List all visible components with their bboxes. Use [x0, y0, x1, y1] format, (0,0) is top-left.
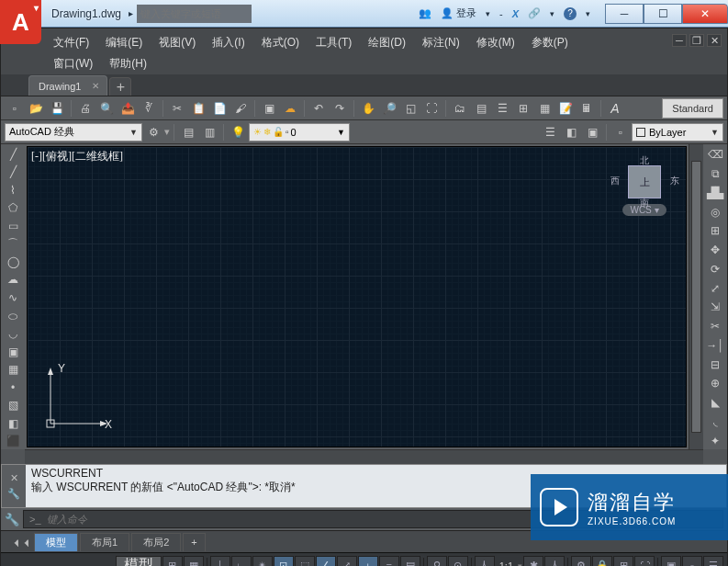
- sb-layout-icon[interactable]: ▦: [184, 556, 204, 567]
- scale-icon[interactable]: ⤢: [705, 279, 725, 297]
- style-select[interactable]: Standard: [662, 98, 723, 119]
- region-icon[interactable]: ⬛: [3, 434, 23, 450]
- menu-window[interactable]: 窗口(W): [45, 53, 101, 74]
- horizontal-scrollbar[interactable]: [25, 449, 703, 464]
- menu-draw[interactable]: 绘图(D): [360, 32, 414, 53]
- document-tab[interactable]: Drawing1 ✕: [28, 75, 107, 96]
- viewport-label[interactable]: [-][俯视][二维线框]: [31, 149, 123, 164]
- insert-block-icon[interactable]: ▣: [3, 344, 23, 360]
- sb-lock-icon[interactable]: 🔒: [592, 556, 612, 567]
- app-logo[interactable]: A▾: [0, 0, 41, 44]
- sb-tpy-icon[interactable]: ▤: [400, 556, 420, 567]
- cloud-icon[interactable]: ☁: [280, 98, 300, 119]
- color-select[interactable]: ByLayer ▼: [632, 123, 723, 142]
- close-button[interactable]: ✕: [682, 4, 728, 24]
- point-icon[interactable]: •: [3, 379, 23, 396]
- bulb-icon[interactable]: 💡: [228, 122, 248, 142]
- layer-select[interactable]: ☀ ❄ 🔓 ▫ 0 ▼: [249, 123, 350, 142]
- sb-max-icon[interactable]: ⛶: [634, 556, 655, 567]
- redo-icon[interactable]: ↷: [330, 98, 350, 119]
- block-icon[interactable]: ▣: [259, 98, 279, 119]
- spline-icon[interactable]: ∿: [3, 289, 23, 306]
- pan-icon[interactable]: ✋: [358, 98, 378, 119]
- menu-modify[interactable]: 修改(M): [468, 32, 523, 53]
- sb-otrack-icon[interactable]: ∠: [316, 556, 336, 567]
- xline-icon[interactable]: ╱: [3, 164, 23, 181]
- publish-icon[interactable]: 📤: [118, 98, 138, 119]
- layer-props-icon[interactable]: ▤: [471, 98, 491, 119]
- break-icon[interactable]: ⊟: [705, 356, 725, 373]
- gradient-icon[interactable]: ◧: [3, 415, 23, 432]
- hatch-icon[interactable]: ▧: [3, 397, 23, 413]
- sheetset-icon[interactable]: 🗂: [450, 98, 470, 119]
- close-tab-icon[interactable]: ✕: [92, 81, 99, 91]
- menu-view[interactable]: 视图(V): [151, 32, 204, 53]
- sb-ducs-icon[interactable]: ⤢: [337, 556, 357, 567]
- rotate-icon[interactable]: ⟳: [705, 261, 725, 278]
- zoom-window-icon[interactable]: ◱: [400, 98, 420, 119]
- sb-sc-icon[interactable]: ⊙: [448, 556, 468, 567]
- viewcube-e[interactable]: 东: [670, 175, 679, 187]
- sb-iso-icon[interactable]: ▣: [661, 556, 681, 567]
- polygon-icon[interactable]: ⬠: [3, 200, 23, 217]
- color-square-icon[interactable]: ▫: [610, 122, 631, 142]
- markup-icon[interactable]: 📝: [555, 98, 576, 119]
- infocenter-icon[interactable]: 👥: [419, 7, 431, 19]
- copy-obj-icon[interactable]: ⧉: [705, 165, 725, 183]
- viewcube-n[interactable]: 北: [640, 154, 649, 167]
- layer-manager-icon[interactable]: ▤: [178, 122, 198, 142]
- print-icon[interactable]: 🖨: [75, 98, 95, 119]
- undo-icon[interactable]: ↶: [308, 98, 329, 119]
- menu-edit[interactable]: 编辑(E): [97, 32, 151, 53]
- menu-insert[interactable]: 插入(I): [204, 32, 252, 53]
- minimize-button[interactable]: ─: [605, 4, 644, 24]
- viewcube-face[interactable]: 上: [628, 165, 661, 198]
- sb-polar-icon[interactable]: ✴: [252, 556, 273, 567]
- sb-dyn-icon[interactable]: +: [358, 556, 378, 567]
- rectangle-icon[interactable]: ▭: [3, 218, 23, 234]
- join-icon[interactable]: ⊕: [705, 375, 725, 392]
- model-tab[interactable]: 模型: [34, 533, 78, 551]
- stretch-icon[interactable]: ⇲: [705, 299, 725, 316]
- ellipse-arc-icon[interactable]: ◡: [3, 325, 23, 342]
- wrench-icon[interactable]: 🔧: [5, 513, 19, 526]
- sb-ann-vis-icon[interactable]: 人: [544, 556, 565, 567]
- erase-icon[interactable]: ⌫: [705, 146, 725, 164]
- signin-button[interactable]: 👤 登录: [441, 6, 476, 20]
- maximize-button[interactable]: ☐: [644, 4, 682, 24]
- ellipse-icon[interactable]: ⬭: [3, 308, 23, 324]
- menu-dimension[interactable]: 标注(N): [414, 32, 468, 53]
- explode-icon[interactable]: ✦: [705, 432, 725, 449]
- zoom-extents-icon[interactable]: ⛶: [421, 98, 442, 119]
- layout2-tab[interactable]: 布局2: [131, 533, 181, 551]
- menu-tools[interactable]: 工具(T): [308, 32, 360, 53]
- preview-icon[interactable]: 🔍: [96, 98, 117, 119]
- sb-ws-icon[interactable]: ⚙: [571, 556, 591, 567]
- viewcube-s[interactable]: 南: [640, 197, 649, 209]
- sb-snap-icon[interactable]: ┼: [210, 556, 230, 567]
- vertical-scrollbar[interactable]: [689, 144, 703, 449]
- help-search-input[interactable]: [140, 8, 248, 19]
- sb-ann-icon[interactable]: 人: [475, 556, 495, 567]
- new-icon[interactable]: ▫: [5, 98, 25, 119]
- sb-scale-ratio[interactable]: 1:1: [496, 560, 517, 567]
- revcloud-icon[interactable]: ☁: [3, 272, 23, 289]
- line-icon[interactable]: ╱: [3, 146, 23, 163]
- cut-icon[interactable]: ✂: [167, 98, 187, 119]
- tool-palette-icon[interactable]: ▦: [534, 98, 554, 119]
- drawing-viewport[interactable]: [-][俯视][二维线框] 北 南 西 东 上 WCS ▾ Y X: [27, 146, 687, 447]
- new-tab-button[interactable]: +: [109, 77, 131, 96]
- add-layout-button[interactable]: +: [183, 533, 205, 551]
- layer-iso-icon[interactable]: ☰: [540, 122, 560, 142]
- exchange-x-icon[interactable]: X: [512, 8, 519, 19]
- zoom-icon[interactable]: 🔎: [379, 98, 399, 119]
- layer-match-icon[interactable]: ▣: [582, 122, 602, 142]
- match-icon[interactable]: 🖌: [230, 98, 251, 119]
- copy-icon[interactable]: 📋: [188, 98, 208, 119]
- trim-icon[interactable]: ✂: [705, 318, 725, 335]
- sb-grid-icon[interactable]: ⊞: [162, 556, 183, 567]
- exchange-link-icon[interactable]: 🔗: [528, 7, 541, 19]
- workspace-gear-icon[interactable]: ⚙: [143, 122, 163, 142]
- menu-parametric[interactable]: 参数(P): [523, 32, 577, 53]
- mirror-icon[interactable]: ▟▙: [705, 185, 725, 202]
